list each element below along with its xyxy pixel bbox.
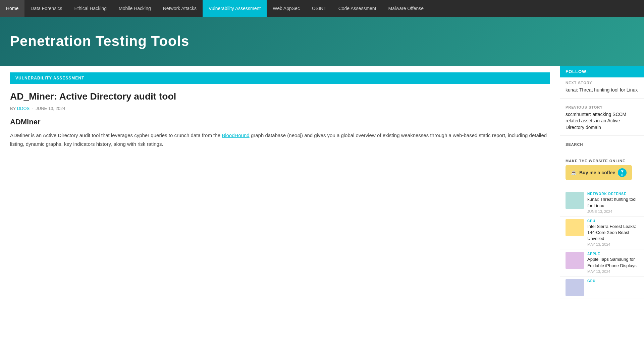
sidebar-news-item[interactable]: NETWORK DEFENSE kunai: Threat hunting to… (560, 189, 644, 216)
news-info: NETWORK DEFENSE kunai: Threat hunting to… (587, 192, 639, 213)
nav-item-web-appsec[interactable]: Web AppSec (267, 0, 306, 17)
sidebar-news-item[interactable]: GPU (560, 277, 644, 299)
follow-label: FOLLOW: (566, 69, 588, 74)
heart-badge: ♥ 0 (618, 168, 627, 177)
nav-item-mobile-hacking[interactable]: Mobile Hacking (113, 0, 157, 17)
article-paragraph: ADMiner is an Active Directory audit too… (10, 131, 550, 148)
news-date: MAY 13, 2024 (587, 269, 639, 274)
make-online-label: MAKE THE WEBSITE ONLINE (560, 156, 644, 165)
news-title: Apple Taps Samsung for Foldable iPhone D… (587, 256, 639, 268)
news-category: NETWORK DEFENSE (587, 192, 639, 196)
news-title: Intel Sierra Forest Leaks: 144-Core Xeon… (587, 224, 639, 242)
prev-story-title[interactable]: sccmhunter: attacking SCCM related asset… (566, 111, 639, 131)
news-thumb (566, 219, 584, 236)
news-date: MAY 13, 2024 (587, 242, 639, 246)
news-category: APPLE (587, 252, 639, 256)
nav-item-code-assessment[interactable]: Code Assessment (332, 0, 382, 17)
bloodhound-link[interactable]: BloodHound (222, 132, 250, 138)
main-nav: HomeData ForensicsEthical HackingMobile … (0, 0, 644, 17)
buy-coffee-label: Buy me a coffee (579, 170, 615, 175)
article-date: JUNE 13, 2024 (36, 106, 65, 111)
news-thumb (566, 192, 584, 209)
news-category: CPU (587, 219, 639, 223)
news-thumb (566, 279, 584, 296)
next-story-section: NEXT STORY kunai: Threat hunting tool fo… (560, 77, 644, 95)
news-info: APPLE Apple Taps Samsung for Foldable iP… (587, 252, 639, 273)
nav-item-ethical-hacking[interactable]: Ethical Hacking (68, 0, 113, 17)
category-label: VULNERABILITY ASSESSMENT (10, 72, 550, 84)
news-info: GPU (587, 279, 596, 284)
news-thumb (566, 252, 584, 269)
nav-item-data-forensics[interactable]: Data Forensics (24, 0, 68, 17)
site-title: Penetration Testing Tools (10, 33, 189, 49)
heart-count: 0 (622, 174, 624, 177)
next-story-title[interactable]: kunai: Threat hunting tool for Linux (566, 87, 639, 94)
sidebar-news-item[interactable]: CPU Intel Sierra Forest Leaks: 144-Core … (560, 217, 644, 250)
news-title: kunai: Threat hunting tool for Linux (587, 196, 639, 208)
news-category: GPU (587, 279, 596, 283)
section-heading: ADMiner (10, 118, 550, 126)
buy-coffee-button[interactable]: ☕ Buy me a coffee ♥ 0 (566, 165, 632, 180)
sidebar-news-list: NETWORK DEFENSE kunai: Threat hunting to… (560, 189, 644, 299)
nav-item-home[interactable]: Home (0, 0, 24, 17)
nav-item-vulnerability-assessment[interactable]: Vulnerability Assessment (203, 0, 267, 17)
news-info: CPU Intel Sierra Forest Leaks: 144-Core … (587, 219, 639, 247)
coffee-icon: ☕ (571, 170, 577, 175)
nav-item-malware-offense[interactable]: Malware Offense (382, 0, 430, 17)
search-label: SEARCH (560, 139, 644, 148)
main-content: VULNERABILITY ASSESSMENT AD_Miner: Activ… (0, 66, 560, 362)
sidebar-news-item[interactable]: APPLE Apple Taps Samsung for Foldable iP… (560, 249, 644, 276)
prev-story-section: PREVIOUS STORY sccmhunter: attacking SCC… (560, 102, 644, 132)
news-date: JUNE 13, 2024 (587, 209, 639, 214)
article-title: AD_Miner: Active Directory audit tool (10, 90, 550, 103)
nav-item-network-attacks[interactable]: Network Attacks (157, 0, 203, 17)
author-link[interactable]: DDOS (17, 106, 30, 111)
sidebar: FOLLOW: NEXT STORY kunai: Threat hunting… (560, 66, 644, 362)
next-story-label: NEXT STORY (566, 81, 639, 85)
site-header: Penetration Testing Tools (0, 17, 644, 66)
heart-icon: ♥ (621, 169, 624, 174)
article-body: ADMiner ADMiner is an Active Directory a… (10, 118, 550, 148)
prev-story-label: PREVIOUS STORY (566, 105, 639, 109)
sidebar-follow: FOLLOW: (560, 66, 644, 77)
nav-item-osint[interactable]: OSINT (306, 0, 332, 17)
article-meta: BY DDOS · JUNE 13, 2024 (10, 106, 550, 111)
